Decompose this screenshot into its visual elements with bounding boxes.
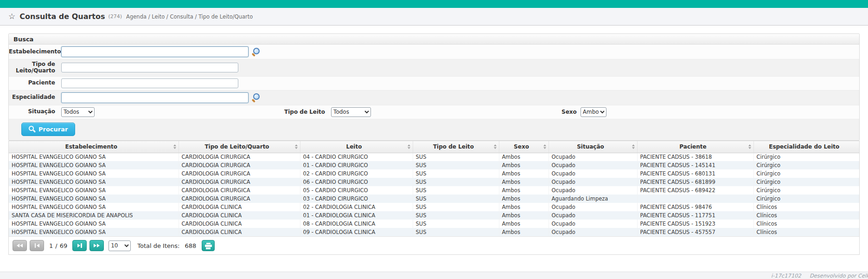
table-cell: HOSPITAL EVANGELICO GOIANO SA <box>9 161 179 169</box>
table-cell: Ambos <box>499 228 549 236</box>
table-cell: Clínicos <box>753 203 859 211</box>
table-cell: Cirúrgico <box>753 195 859 203</box>
favorite-star-icon[interactable]: ☆ <box>8 13 15 20</box>
sort-icon <box>408 144 410 149</box>
page-size-select[interactable]: 10 <box>108 240 131 251</box>
tipo-de-leito-label: Tipo de Leito <box>284 109 325 115</box>
table-row[interactable]: HOSPITAL EVANGELICO GOIANO SACARDIOLOGIA… <box>9 186 859 195</box>
page-count: (274) <box>108 13 122 19</box>
table-row[interactable]: HOSPITAL EVANGELICO GOIANO SACARDIOLOGIA… <box>9 228 859 236</box>
table-cell: 09 - CARDIOLOGIA CLINICA <box>300 228 413 236</box>
sexo-select[interactable]: Ambos <box>581 107 606 117</box>
especialidade-lookup-icon[interactable] <box>252 93 260 102</box>
table-cell: PACIENTE CADSUS - 681899 <box>637 178 753 186</box>
fast-forward-button[interactable] <box>89 240 104 251</box>
fast-backward-icon <box>17 244 19 247</box>
version-label: i-17c17102 <box>771 273 801 279</box>
table-cell: CARDIOLOGIA CIRURGICA <box>179 153 300 161</box>
sort-icon <box>295 144 298 149</box>
table-cell: HOSPITAL EVANGELICO GOIANO SA <box>9 203 179 211</box>
search-button-label: Procurar <box>38 126 68 133</box>
table-cell: Cirúrgico <box>753 178 859 186</box>
table-cell: Ambos <box>499 186 549 195</box>
estabelecimento-label: Estabelecimento <box>9 49 55 55</box>
next-page-icon <box>77 244 80 247</box>
page-indicator: 1 / 69 <box>49 242 67 249</box>
breadcrumb: Agenda / Leito / Consulta / Tipo de Leit… <box>126 13 253 20</box>
paciente-input[interactable] <box>61 78 238 88</box>
table-cell: 08 - CARDIOLOGIA CLINICA <box>300 220 413 228</box>
developed-by-label: Desenvolvido por Celk Sistemas <box>810 273 868 279</box>
sexo-label: Sexo <box>562 109 577 115</box>
table-cell <box>637 195 753 203</box>
fast-backward-button[interactable] <box>13 240 27 251</box>
column-header-0[interactable]: Estabelecimento <box>9 141 179 153</box>
filters-row: Situação Todos Tipo de Leito Todos Sexo … <box>9 105 859 119</box>
table-cell: SUS <box>413 153 499 161</box>
tipo-de-leito-select[interactable]: Todos <box>331 107 371 117</box>
results-table: EstabelecimentoTipo de Leito/QuartoLeito… <box>9 141 859 236</box>
estabelecimento-lookup-icon[interactable] <box>252 48 260 56</box>
table-cell: Ambos <box>499 153 549 161</box>
table-row[interactable]: HOSPITAL EVANGELICO GOIANO SACARDIOLOGIA… <box>9 161 859 169</box>
estabelecimento-row: Estabelecimento <box>9 45 859 59</box>
situacao-select[interactable]: Todos <box>61 107 95 117</box>
table-cell: Aguardando Limpeza <box>549 195 637 203</box>
table-cell: HOSPITAL EVANGELICO GOIANO SA <box>9 195 179 203</box>
table-cell: SUS <box>413 195 499 203</box>
column-header-6[interactable]: Paciente <box>637 141 753 153</box>
table-cell: SUS <box>413 228 499 236</box>
table-row[interactable]: HOSPITAL EVANGELICO GOIANO SACARDIOLOGIA… <box>9 169 859 178</box>
table-cell: CARDIOLOGIA CLINICA <box>179 203 300 211</box>
table-cell: SUS <box>413 169 499 178</box>
table-cell: Cirúrgico <box>753 186 859 195</box>
sort-icon <box>494 144 497 149</box>
table-cell: 02 - CARDIO CIRURGICO <box>300 169 413 178</box>
table-cell: PACIENTE CADSUS - 151923 <box>637 220 753 228</box>
table-cell: SANTA CASA DE MISERICORDIA DE ANAPOLIS <box>9 211 179 220</box>
paciente-row: Paciente <box>9 77 859 91</box>
first-page-icon <box>37 244 39 247</box>
column-header-1[interactable]: Tipo de Leito/Quarto <box>179 141 300 153</box>
table-cell: SUS <box>413 220 499 228</box>
table-row[interactable]: HOSPITAL EVANGELICO GOIANO SACARDIOLOGIA… <box>9 203 859 211</box>
table-cell: Clínicos <box>753 220 859 228</box>
next-page-button[interactable] <box>72 240 87 251</box>
results-panel: EstabelecimentoTipo de Leito/QuartoLeito… <box>8 141 860 255</box>
table-cell: CARDIOLOGIA CLINICA <box>179 220 300 228</box>
column-header-2[interactable]: Leito <box>300 141 413 153</box>
print-button[interactable] <box>202 240 215 251</box>
table-row[interactable]: SANTA CASA DE MISERICORDIA DE ANAPOLISCA… <box>9 211 859 220</box>
table-cell: SUS <box>413 211 499 220</box>
printer-icon <box>205 243 212 249</box>
table-cell: SUS <box>413 161 499 169</box>
estabelecimento-input[interactable] <box>61 46 249 57</box>
pagination-bar: 1 / 69 10 Total de Itens: 688 <box>9 236 859 254</box>
especialidade-input[interactable] <box>61 92 249 103</box>
table-cell: SUS <box>413 178 499 186</box>
table-cell: Ambos <box>499 161 549 169</box>
table-cell: 04 - CARDIO CIRURGICO <box>300 153 413 161</box>
table-cell: HOSPITAL EVANGELICO GOIANO SA <box>9 169 179 178</box>
table-cell: SUS <box>413 203 499 211</box>
table-cell: CARDIOLOGIA CIRURGICA <box>179 178 300 186</box>
table-cell: HOSPITAL EVANGELICO GOIANO SA <box>9 220 179 228</box>
table-cell: PACIENTE CADSUS - 38618 <box>637 153 753 161</box>
search-button[interactable]: Procurar <box>21 123 75 136</box>
column-header-3[interactable]: Tipo de Leito <box>413 141 499 153</box>
table-cell: Ocupado <box>549 228 637 236</box>
first-page-button[interactable] <box>30 240 44 251</box>
table-row[interactable]: HOSPITAL EVANGELICO GOIANO SACARDIOLOGIA… <box>9 220 859 228</box>
table-cell: Ocupado <box>549 153 637 161</box>
situacao-label: Situação <box>9 109 55 115</box>
column-header-4[interactable]: Sexo <box>499 141 549 153</box>
page-title: Consulta de Quartos <box>19 12 105 21</box>
table-row[interactable]: HOSPITAL EVANGELICO GOIANO SACARDIOLOGIA… <box>9 153 859 161</box>
table-row[interactable]: HOSPITAL EVANGELICO GOIANO SACARDIOLOGIA… <box>9 195 859 203</box>
tipo-leito-quarto-input[interactable] <box>61 63 238 72</box>
page-header: ☆ Consulta de Quartos (274) Agenda / Lei… <box>0 8 868 26</box>
especialidade-label: Especialidade <box>9 94 55 101</box>
app-window: ☆ Consulta de Quartos (274) Agenda / Lei… <box>0 0 868 279</box>
table-row[interactable]: HOSPITAL EVANGELICO GOIANO SACARDIOLOGIA… <box>9 178 859 186</box>
column-header-5[interactable]: Situação <box>549 141 637 153</box>
